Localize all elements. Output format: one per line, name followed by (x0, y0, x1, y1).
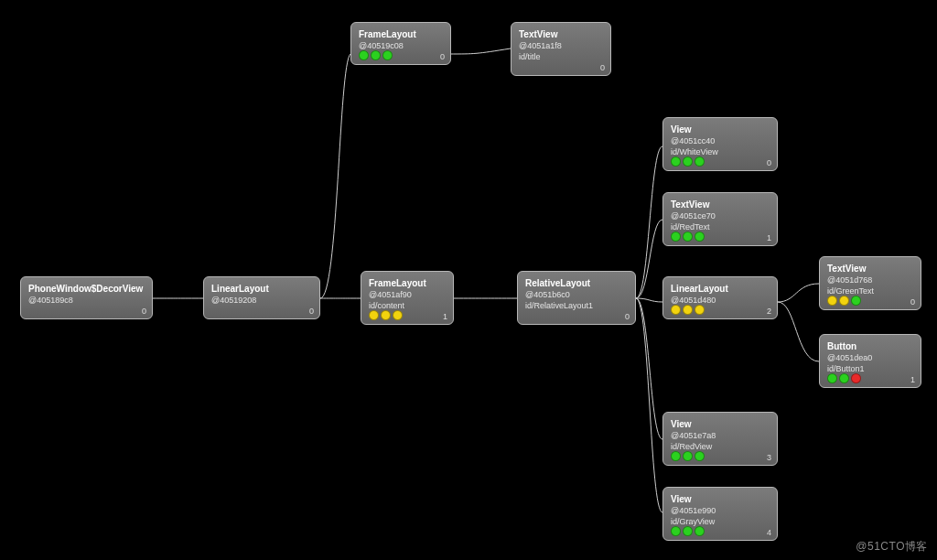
node-hash: @4051dea0 (827, 352, 913, 363)
node-title: PhoneWindow$DecorView (28, 283, 145, 295)
node-hash: @4051b6c0 (525, 289, 628, 300)
status-dots (671, 451, 705, 461)
node-viewid: id/title (519, 51, 603, 62)
node-view-white[interactable]: View @4051cc40 id/WhiteView 0 (662, 117, 778, 171)
node-title: LinearLayout (211, 283, 312, 295)
node-linearlayout-inner[interactable]: LinearLayout @4051d480 2 (662, 276, 778, 319)
node-framelayout-content[interactable]: FrameLayout @4051af90 id/content 1 (361, 271, 454, 325)
status-dots (369, 310, 403, 320)
node-viewid: id/RelativeLayout1 (525, 300, 628, 311)
node-textview-redtext[interactable]: TextView @4051ce70 id/RedText 1 (662, 192, 778, 246)
node-index: 0 (309, 307, 314, 316)
status-dots (359, 50, 393, 60)
node-textview-greentext[interactable]: TextView @4051d768 id/GreenText 0 (819, 256, 921, 310)
status-dots (671, 305, 705, 315)
node-decorview[interactable]: PhoneWindow$DecorView @405189c8 0 (20, 276, 153, 319)
node-index: 0 (142, 307, 146, 316)
node-textview-title[interactable]: TextView @4051a1f8 id/title 0 (511, 22, 611, 76)
node-hash: @4051af90 (369, 289, 446, 300)
node-view-red[interactable]: View @4051e7a8 id/RedView 3 (662, 412, 778, 466)
status-dots (827, 296, 861, 306)
node-index: 0 (440, 52, 445, 61)
node-title: TextView (671, 199, 770, 210)
node-view-gray[interactable]: View @4051e990 id/GrayView 4 (662, 487, 778, 541)
node-title: FrameLayout (369, 277, 446, 289)
node-index: 0 (600, 63, 605, 72)
node-hash: @4051e990 (671, 505, 770, 516)
node-hash: @4051d768 (827, 275, 913, 285)
node-hash: @40519208 (211, 295, 312, 306)
node-title: View (671, 493, 770, 505)
node-index: 1 (443, 312, 447, 321)
node-index: 0 (625, 312, 630, 321)
watermark: @51CTO博客 (856, 539, 928, 555)
node-relativelayout[interactable]: RelativeLayout @4051b6c0 id/RelativeLayo… (517, 271, 636, 325)
node-hash: @4051a1f8 (519, 40, 603, 51)
node-title: TextView (519, 28, 603, 40)
node-hash: @4051cc40 (671, 135, 770, 146)
node-index: 2 (767, 307, 771, 316)
node-title: RelativeLayout (525, 277, 628, 289)
node-index: 1 (767, 233, 771, 242)
node-index: 0 (910, 297, 915, 307)
node-title: TextView (827, 263, 913, 275)
node-hash: @4051e7a8 (671, 430, 770, 441)
node-title: Button (827, 340, 913, 352)
node-title: View (671, 418, 770, 430)
view-hierarchy-diagram: { "watermark": "@51CTO博客", "nodes": { "n… (0, 0, 937, 560)
node-linearlayout-root[interactable]: LinearLayout @40519208 0 (203, 276, 320, 319)
node-title: LinearLayout (671, 283, 770, 295)
node-index: 0 (767, 158, 771, 167)
node-hash: @405189c8 (28, 295, 145, 306)
node-index: 3 (767, 453, 771, 462)
node-title: View (671, 124, 770, 135)
status-dots (827, 373, 861, 383)
node-index: 4 (767, 528, 771, 537)
status-dots (671, 232, 705, 242)
node-hash: @4051ce70 (671, 210, 770, 221)
status-dots (671, 156, 705, 167)
node-title: FrameLayout (359, 28, 443, 40)
status-dots (671, 526, 705, 536)
node-framelayout-top[interactable]: FrameLayout @40519c08 0 (350, 22, 451, 65)
node-index: 1 (910, 375, 915, 384)
node-button[interactable]: Button @4051dea0 id/Button1 1 (819, 334, 921, 388)
